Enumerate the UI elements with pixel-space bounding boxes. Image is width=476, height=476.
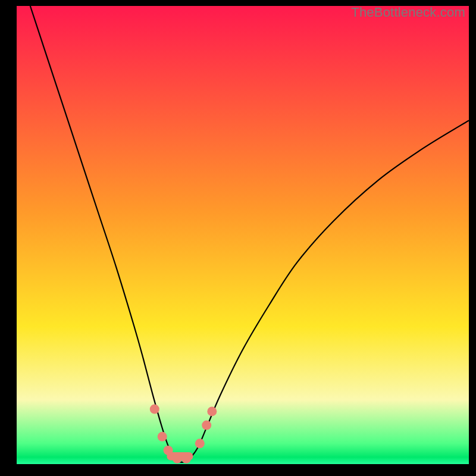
gradient-background xyxy=(17,6,469,464)
highlight-dot xyxy=(181,454,191,464)
highlight-dot xyxy=(164,446,173,455)
chart-svg xyxy=(17,6,469,464)
highlight-dot xyxy=(195,439,205,448)
highlight-dot xyxy=(202,421,211,430)
chart-frame xyxy=(17,6,469,464)
highlight-dot xyxy=(173,454,182,464)
watermark-text: TheBottleneck.com xyxy=(351,5,465,20)
highlight-dot xyxy=(150,405,159,414)
highlight-dot xyxy=(158,432,167,441)
highlight-dot xyxy=(207,406,217,416)
